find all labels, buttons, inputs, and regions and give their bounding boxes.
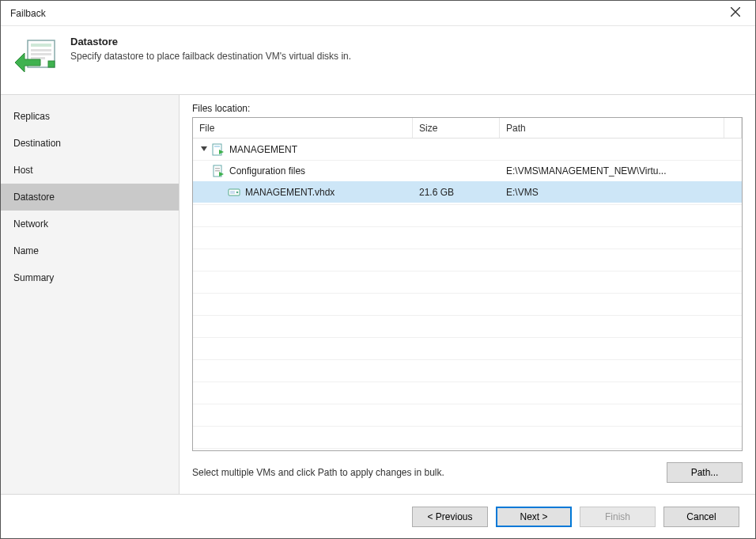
svg-marker-8 xyxy=(201,146,207,151)
main-panel: Files location: File Size Path xyxy=(180,95,755,494)
finish-button[interactable]: Finish xyxy=(580,507,656,527)
column-size[interactable]: Size xyxy=(413,118,500,138)
svg-rect-5 xyxy=(31,53,51,55)
config-file-icon xyxy=(212,165,225,177)
cancel-button[interactable]: Cancel xyxy=(663,507,739,527)
table-row[interactable]: MANAGEMENT xyxy=(193,139,742,160)
svg-rect-17 xyxy=(230,191,235,194)
close-icon xyxy=(731,7,740,19)
file-name: MANAGEMENT xyxy=(229,144,297,155)
disk-icon xyxy=(228,186,240,199)
file-name: Configuration files xyxy=(229,165,305,177)
titlebar: Failback xyxy=(1,1,755,26)
header-text: Datastore Specify datastore to place fai… xyxy=(70,36,351,80)
next-button[interactable]: Next > xyxy=(496,507,572,527)
grid-body[interactable]: MANAGEMENT Configuration files xyxy=(193,139,742,450)
svg-rect-7 xyxy=(48,61,55,67)
wizard-header: Datastore Specify datastore to place fai… xyxy=(1,26,755,95)
column-spacer xyxy=(724,118,742,138)
svg-rect-10 xyxy=(214,146,220,147)
failback-dialog: Failback Datastore Specify datastore to … xyxy=(0,0,756,539)
file-path: E:\VMS xyxy=(500,181,724,203)
step-summary[interactable]: Summary xyxy=(1,264,179,291)
step-network[interactable]: Network xyxy=(1,211,179,237)
svg-rect-14 xyxy=(215,170,220,172)
page-title: Datastore xyxy=(70,36,351,47)
file-size: 21.6 GB xyxy=(413,181,500,203)
vm-icon xyxy=(212,143,225,156)
step-datastore[interactable]: Datastore xyxy=(1,184,179,211)
column-path[interactable]: Path xyxy=(500,118,724,138)
step-destination[interactable]: Destination xyxy=(1,130,179,157)
window-title: Failback xyxy=(10,8,46,19)
file-size xyxy=(413,139,500,160)
file-path xyxy=(500,139,724,160)
svg-rect-13 xyxy=(215,168,220,169)
file-name: MANAGEMENT.vhdx xyxy=(245,187,335,198)
wizard-steps: Replicas Destination Host Datastore Netw… xyxy=(1,95,180,494)
page-description: Specify datastore to place failback dest… xyxy=(70,51,351,62)
column-file[interactable]: File xyxy=(193,118,413,138)
svg-rect-3 xyxy=(31,44,51,47)
path-button[interactable]: Path... xyxy=(667,462,743,483)
step-name[interactable]: Name xyxy=(1,237,179,264)
table-row[interactable]: MANAGEMENT.vhdx 21.6 GB E:\VMS xyxy=(193,181,742,203)
close-button[interactable] xyxy=(719,2,752,25)
step-replicas[interactable]: Replicas xyxy=(1,103,179,130)
grid-header: File Size Path xyxy=(193,118,742,139)
file-path: E:\VMS\MANAGEMENT_NEW\Virtu... xyxy=(500,160,724,181)
header-icon xyxy=(13,36,58,80)
step-host[interactable]: Host xyxy=(1,157,179,184)
hint-row: Select multiple VMs and click Path to ap… xyxy=(192,451,743,494)
table-row[interactable]: Configuration files E:\VMS\MANAGEMENT_NE… xyxy=(193,160,742,181)
wizard-footer: < Previous Next > Finish Cancel xyxy=(1,494,755,538)
files-location-label: Files location: xyxy=(192,103,743,114)
svg-point-18 xyxy=(236,191,239,193)
wizard-body: Replicas Destination Host Datastore Netw… xyxy=(1,95,755,494)
files-grid: File Size Path MAN xyxy=(192,117,743,451)
chevron-down-icon[interactable] xyxy=(199,145,209,154)
svg-rect-4 xyxy=(31,49,51,51)
bulk-hint: Select multiple VMs and click Path to ap… xyxy=(192,467,444,478)
file-size xyxy=(413,160,500,181)
previous-button[interactable]: < Previous xyxy=(412,507,488,527)
